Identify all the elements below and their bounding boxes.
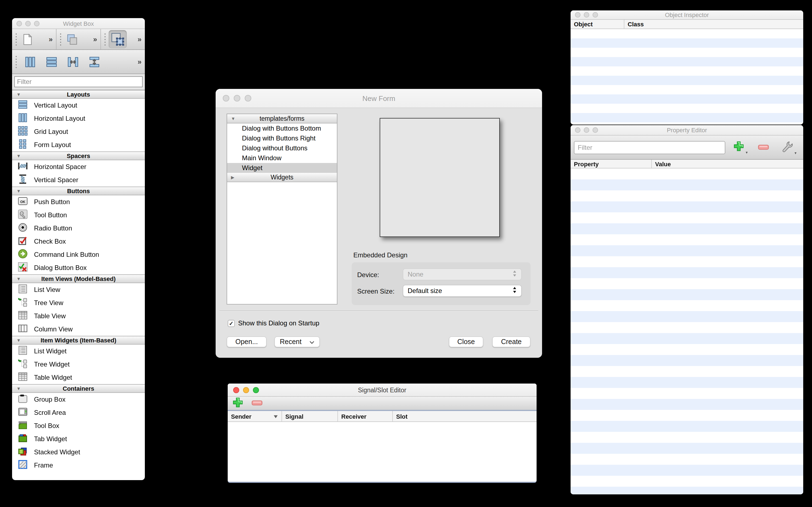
- column-header-receiver[interactable]: Receiver: [337, 411, 392, 421]
- category-header[interactable]: ▼Containers: [12, 384, 145, 393]
- widget-item[interactable]: Horizontal Spacer: [12, 160, 145, 173]
- drag-handle-icon[interactable]: [59, 32, 62, 46]
- widget-item[interactable]: Tree Widget: [12, 358, 145, 371]
- widget-item[interactable]: Form Layout: [12, 138, 145, 152]
- close-button[interactable]: [223, 95, 229, 102]
- widget-item[interactable]: List Widget: [12, 345, 145, 358]
- edit-widgets-button[interactable]: [109, 30, 127, 48]
- minimize-button[interactable]: [243, 387, 249, 393]
- widget-item[interactable]: Scroll Area: [12, 406, 145, 419]
- widget-item[interactable]: Tool Button: [12, 209, 145, 222]
- drag-handle-icon[interactable]: [15, 55, 17, 69]
- configure-button[interactable]: ▼: [781, 140, 793, 155]
- widget-item[interactable]: Dialog Button Box: [12, 261, 145, 274]
- property-editor-toolbar: ▼ ▼: [571, 135, 803, 160]
- widget-filter-input[interactable]: [14, 76, 142, 87]
- category-header[interactable]: ▼Item Widgets (Item-Based): [12, 336, 145, 345]
- remove-property-button[interactable]: [758, 143, 769, 152]
- minus-icon: [758, 143, 769, 152]
- category-header[interactable]: ▼Layouts: [12, 90, 145, 99]
- add-property-button[interactable]: ▼: [733, 140, 745, 154]
- recent-dropdown-button[interactable]: Recent: [274, 336, 320, 347]
- template-item[interactable]: Main Window: [227, 153, 337, 163]
- show-dialog-checkbox[interactable]: ✓: [228, 320, 235, 327]
- close-button[interactable]: Close: [449, 336, 483, 347]
- tree-group-header[interactable]: ▼templates/forms: [227, 114, 337, 123]
- widget-item[interactable]: Tree View: [12, 296, 145, 309]
- template-item[interactable]: Dialog without Buttons: [227, 143, 337, 153]
- widget-item[interactable]: Tab Widget: [12, 432, 145, 446]
- new-form-titlebar[interactable]: New Form: [216, 89, 542, 108]
- remove-connection-button[interactable]: [251, 398, 263, 408]
- toolbar-overflow-button[interactable]: »: [47, 35, 54, 43]
- drag-handle-icon[interactable]: [15, 32, 17, 46]
- zoom-button[interactable]: [245, 95, 251, 102]
- widget-item[interactable]: Check Box: [12, 235, 145, 248]
- close-button[interactable]: [575, 12, 580, 17]
- widget-item[interactable]: Radio Button: [12, 222, 145, 235]
- new-form-button[interactable]: [20, 32, 35, 47]
- layout-horizontal-button[interactable]: [44, 54, 59, 69]
- drag-handle-icon[interactable]: [104, 32, 106, 46]
- widget-item[interactable]: List View: [12, 283, 145, 296]
- template-item[interactable]: Dialog with Buttons Bottom: [227, 123, 337, 133]
- widget-item[interactable]: Vertical Layout: [12, 99, 145, 112]
- column-header-sender[interactable]: Sender: [228, 411, 282, 421]
- widget-item[interactable]: Frame: [12, 459, 145, 472]
- widget-item[interactable]: Grid Layout: [12, 125, 145, 138]
- screen-size-select[interactable]: Default size: [403, 285, 522, 297]
- device-select[interactable]: None: [403, 268, 522, 280]
- toolbar-overflow-button[interactable]: »: [135, 35, 143, 43]
- adjust-horizontal-button[interactable]: [65, 54, 80, 69]
- toolbar-overflow-button[interactable]: »: [135, 58, 143, 66]
- zoom-button[interactable]: [592, 127, 598, 133]
- widget-item[interactable]: Command Link Button: [12, 248, 145, 261]
- column-header-value[interactable]: Value: [651, 160, 803, 168]
- tree-group-header-collapsed[interactable]: ▶Widgets: [227, 173, 337, 182]
- zoom-button[interactable]: [592, 12, 598, 17]
- adjust-vertical-button[interactable]: [87, 54, 102, 69]
- widget-item-label: Stacked Widget: [34, 448, 80, 456]
- column-header-slot[interactable]: Slot: [392, 411, 536, 421]
- signal-slot-titlebar[interactable]: Signal/Slot Editor: [228, 384, 536, 397]
- minimize-button[interactable]: [234, 95, 240, 102]
- widget-box-titlebar[interactable]: Widget Box: [12, 18, 145, 29]
- template-item[interactable]: Dialog with Buttons Right: [227, 133, 337, 143]
- widget-item[interactable]: Stacked Widget: [12, 446, 145, 459]
- category-header[interactable]: ▼Item Views (Model-Based): [12, 274, 145, 283]
- widget-item[interactable]: OKPush Button: [12, 195, 145, 209]
- minimize-button[interactable]: [25, 20, 31, 26]
- category-header[interactable]: ▼Spacers: [12, 152, 145, 160]
- sort-descending-icon: [273, 413, 278, 419]
- column-header-signal[interactable]: Signal: [282, 411, 337, 421]
- widget-item[interactable]: Horizontal Layout: [12, 112, 145, 125]
- widget-item[interactable]: Table View: [12, 309, 145, 323]
- minimize-button[interactable]: [584, 12, 589, 17]
- close-button[interactable]: [575, 127, 580, 133]
- column-header-property[interactable]: Property: [571, 160, 651, 168]
- widget-item[interactable]: Table Widget: [12, 371, 145, 384]
- add-connection-button[interactable]: [232, 396, 244, 410]
- category-header[interactable]: ▼Buttons: [12, 186, 145, 195]
- layout-vertical-button[interactable]: [22, 54, 37, 69]
- category-label: Spacers: [67, 153, 90, 159]
- template-item[interactable]: Widget: [227, 163, 337, 173]
- zoom-button[interactable]: [253, 387, 259, 393]
- zoom-button[interactable]: [34, 20, 40, 26]
- open-button[interactable]: Open...: [227, 336, 267, 347]
- widget-item[interactable]: Column View: [12, 323, 145, 336]
- column-header-class[interactable]: Class: [624, 20, 803, 29]
- widgets-overlap-button[interactable]: [64, 32, 79, 47]
- toolbar-overflow-button[interactable]: »: [91, 35, 99, 43]
- close-button[interactable]: [16, 20, 22, 26]
- widget-item[interactable]: Tool Box: [12, 419, 145, 432]
- minimize-button[interactable]: [584, 127, 589, 133]
- object-inspector-titlebar[interactable]: Object Inspector: [571, 10, 803, 20]
- property-filter-input[interactable]: [574, 141, 725, 154]
- column-header-object[interactable]: Object: [571, 20, 624, 29]
- property-editor-titlebar[interactable]: Property Editor: [571, 125, 803, 135]
- create-button[interactable]: Create: [492, 336, 530, 347]
- widget-item[interactable]: Vertical Spacer: [12, 173, 145, 186]
- widget-item[interactable]: Group Box: [12, 393, 145, 406]
- close-button[interactable]: [233, 387, 239, 393]
